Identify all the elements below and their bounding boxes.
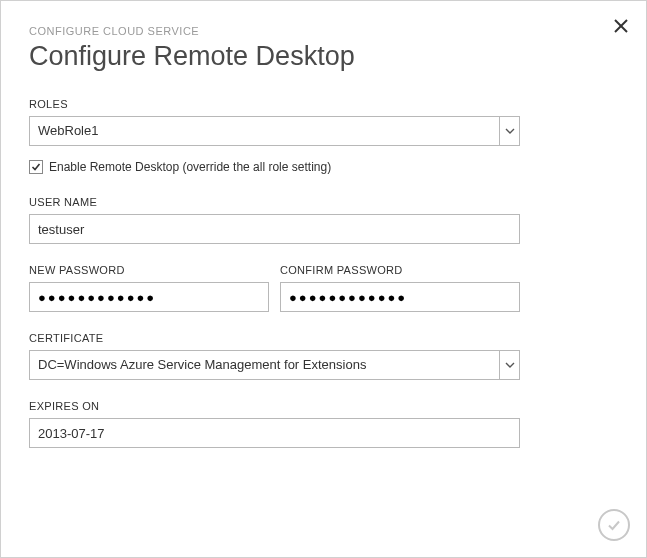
confirm-button[interactable] <box>598 509 630 541</box>
username-label: USER NAME <box>29 196 618 208</box>
roles-label: ROLES <box>29 98 618 110</box>
certificate-label: CERTIFICATE <box>29 332 618 344</box>
page-title: Configure Remote Desktop <box>29 41 618 72</box>
username-input[interactable] <box>29 214 520 244</box>
check-icon <box>606 517 622 533</box>
enable-remote-desktop-checkbox[interactable] <box>29 160 43 174</box>
confirm-password-label: CONFIRM PASSWORD <box>280 264 520 276</box>
breadcrumb: CONFIGURE CLOUD SERVICE <box>29 25 618 37</box>
certificate-select[interactable]: DC=Windows Azure Service Management for … <box>29 350 520 380</box>
expires-label: EXPIRES ON <box>29 400 618 412</box>
expires-input[interactable] <box>29 418 520 448</box>
new-password-input[interactable] <box>29 282 269 312</box>
close-icon[interactable] <box>614 19 628 33</box>
new-password-label: NEW PASSWORD <box>29 264 269 276</box>
confirm-password-input[interactable] <box>280 282 520 312</box>
roles-select[interactable]: WebRole1 <box>29 116 520 146</box>
enable-remote-desktop-label: Enable Remote Desktop (override the all … <box>49 160 331 174</box>
